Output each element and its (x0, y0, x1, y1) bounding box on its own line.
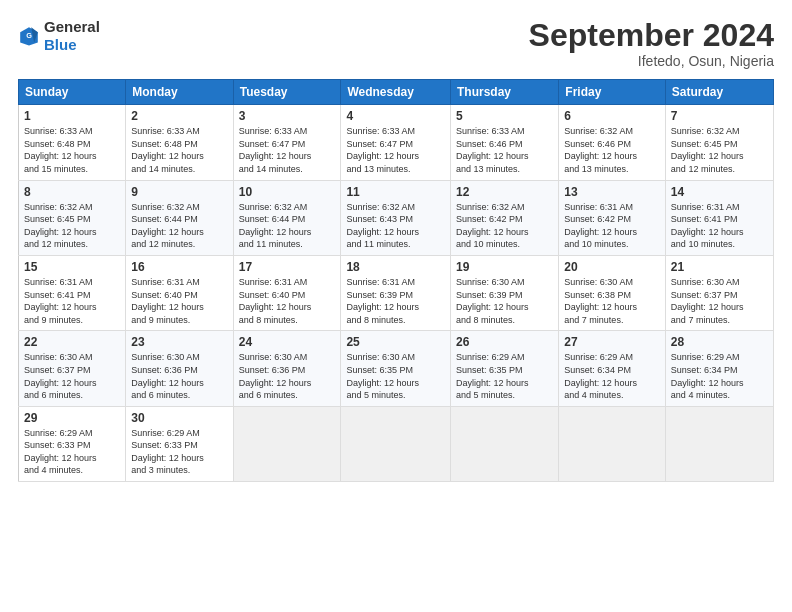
empty-cell-5 (665, 406, 773, 481)
day-2: 2 Sunrise: 6:33 AMSunset: 6:48 PMDayligh… (126, 105, 233, 180)
day-13: 13 Sunrise: 6:31 AMSunset: 6:42 PMDaylig… (559, 180, 666, 255)
day-8: 8 Sunrise: 6:32 AMSunset: 6:45 PMDayligh… (19, 180, 126, 255)
day-22: 22 Sunrise: 6:30 AMSunset: 6:37 PMDaylig… (19, 331, 126, 406)
day-20: 20 Sunrise: 6:30 AMSunset: 6:38 PMDaylig… (559, 255, 666, 330)
day-3: 3 Sunrise: 6:33 AMSunset: 6:47 PMDayligh… (233, 105, 341, 180)
col-wednesday: Wednesday (341, 80, 451, 105)
title-block: September 2024 Ifetedo, Osun, Nigeria (529, 18, 774, 69)
day-15: 15 Sunrise: 6:31 AMSunset: 6:41 PMDaylig… (19, 255, 126, 330)
day-28: 28 Sunrise: 6:29 AMSunset: 6:34 PMDaylig… (665, 331, 773, 406)
location-subtitle: Ifetedo, Osun, Nigeria (529, 53, 774, 69)
empty-cell-2 (341, 406, 451, 481)
header: G General Blue September 2024 Ifetedo, O… (18, 18, 774, 69)
day-27: 27 Sunrise: 6:29 AMSunset: 6:34 PMDaylig… (559, 331, 666, 406)
day-11: 11 Sunrise: 6:32 AMSunset: 6:43 PMDaylig… (341, 180, 451, 255)
day-17: 17 Sunrise: 6:31 AMSunset: 6:40 PMDaylig… (233, 255, 341, 330)
day-26: 26 Sunrise: 6:29 AMSunset: 6:35 PMDaylig… (451, 331, 559, 406)
day-7: 7 Sunrise: 6:32 AMSunset: 6:45 PMDayligh… (665, 105, 773, 180)
col-sunday: Sunday (19, 80, 126, 105)
day-21: 21 Sunrise: 6:30 AMSunset: 6:37 PMDaylig… (665, 255, 773, 330)
col-monday: Monday (126, 80, 233, 105)
day-30: 30 Sunrise: 6:29 AMSunset: 6:33 PMDaylig… (126, 406, 233, 481)
day-14: 14 Sunrise: 6:31 AMSunset: 6:41 PMDaylig… (665, 180, 773, 255)
empty-cell-4 (559, 406, 666, 481)
day-9: 9 Sunrise: 6:32 AMSunset: 6:44 PMDayligh… (126, 180, 233, 255)
page: G General Blue September 2024 Ifetedo, O… (0, 0, 792, 612)
col-saturday: Saturday (665, 80, 773, 105)
col-thursday: Thursday (451, 80, 559, 105)
day-4: 4 Sunrise: 6:33 AMSunset: 6:47 PMDayligh… (341, 105, 451, 180)
col-friday: Friday (559, 80, 666, 105)
col-tuesday: Tuesday (233, 80, 341, 105)
calendar-week-2: 8 Sunrise: 6:32 AMSunset: 6:45 PMDayligh… (19, 180, 774, 255)
day-16: 16 Sunrise: 6:31 AMSunset: 6:40 PMDaylig… (126, 255, 233, 330)
day-19: 19 Sunrise: 6:30 AMSunset: 6:39 PMDaylig… (451, 255, 559, 330)
logo-general-text: General (44, 18, 100, 35)
day-5: 5 Sunrise: 6:33 AMSunset: 6:46 PMDayligh… (451, 105, 559, 180)
svg-text:G: G (26, 31, 32, 40)
day-25: 25 Sunrise: 6:30 AMSunset: 6:35 PMDaylig… (341, 331, 451, 406)
calendar-week-3: 15 Sunrise: 6:31 AMSunset: 6:41 PMDaylig… (19, 255, 774, 330)
calendar-week-4: 22 Sunrise: 6:30 AMSunset: 6:37 PMDaylig… (19, 331, 774, 406)
day-29: 29 Sunrise: 6:29 AMSunset: 6:33 PMDaylig… (19, 406, 126, 481)
day-1: 1 Sunrise: 6:33 AMSunset: 6:48 PMDayligh… (19, 105, 126, 180)
month-title: September 2024 (529, 18, 774, 53)
day-12: 12 Sunrise: 6:32 AMSunset: 6:42 PMDaylig… (451, 180, 559, 255)
day-23: 23 Sunrise: 6:30 AMSunset: 6:36 PMDaylig… (126, 331, 233, 406)
day-10: 10 Sunrise: 6:32 AMSunset: 6:44 PMDaylig… (233, 180, 341, 255)
calendar-header-row: Sunday Monday Tuesday Wednesday Thursday… (19, 80, 774, 105)
day-6: 6 Sunrise: 6:32 AMSunset: 6:46 PMDayligh… (559, 105, 666, 180)
logo-icon: G (18, 25, 40, 47)
calendar-week-1: 1 Sunrise: 6:33 AMSunset: 6:48 PMDayligh… (19, 105, 774, 180)
empty-cell-1 (233, 406, 341, 481)
day-24: 24 Sunrise: 6:30 AMSunset: 6:36 PMDaylig… (233, 331, 341, 406)
empty-cell-3 (451, 406, 559, 481)
logo: G General Blue (18, 18, 100, 54)
calendar-table: Sunday Monday Tuesday Wednesday Thursday… (18, 79, 774, 482)
calendar-week-5: 29 Sunrise: 6:29 AMSunset: 6:33 PMDaylig… (19, 406, 774, 481)
day-18: 18 Sunrise: 6:31 AMSunset: 6:39 PMDaylig… (341, 255, 451, 330)
logo-blue-text: Blue (44, 36, 77, 53)
